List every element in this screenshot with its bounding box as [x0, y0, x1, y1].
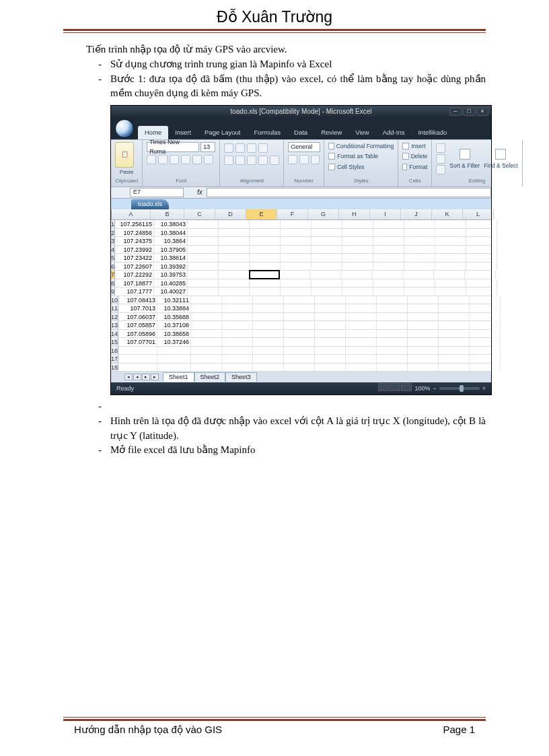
cell[interactable]: [315, 355, 346, 363]
cell[interactable]: [404, 279, 435, 287]
cell[interactable]: 107.08413: [118, 296, 157, 304]
cell[interactable]: [253, 330, 284, 338]
cell[interactable]: [188, 287, 219, 296]
row-header[interactable]: 12: [111, 313, 118, 321]
cell[interactable]: [219, 263, 250, 271]
fill-color-button[interactable]: [192, 155, 202, 164]
cell[interactable]: [346, 364, 377, 372]
cell[interactable]: [219, 287, 250, 296]
cell[interactable]: [470, 313, 501, 321]
cell[interactable]: [253, 355, 284, 363]
cell[interactable]: [470, 321, 501, 329]
align-bottom[interactable]: [247, 143, 256, 153]
col-L[interactable]: L: [463, 209, 494, 219]
cell[interactable]: [408, 364, 439, 372]
office-button[interactable]: [115, 119, 134, 138]
cell[interactable]: [435, 229, 466, 237]
cell[interactable]: [435, 246, 466, 254]
autosum[interactable]: [436, 143, 445, 153]
underline-button[interactable]: [170, 155, 179, 164]
col-I[interactable]: I: [370, 209, 401, 219]
delete-cells[interactable]: Delete: [402, 152, 427, 160]
cell[interactable]: [466, 237, 497, 245]
cell[interactable]: [435, 254, 466, 262]
row-header[interactable]: 17: [111, 355, 118, 363]
font-color-button[interactable]: [204, 155, 213, 164]
cell[interactable]: 107.256115: [115, 220, 154, 228]
maximize-button[interactable]: □: [463, 108, 475, 116]
cell[interactable]: [466, 229, 497, 237]
cell[interactable]: [281, 263, 312, 271]
italic-button[interactable]: [158, 155, 168, 164]
row-header[interactable]: 13: [111, 321, 118, 329]
cell[interactable]: [315, 338, 346, 346]
cell[interactable]: 10.38614: [154, 254, 188, 262]
cell[interactable]: 107.07701: [118, 338, 157, 346]
cell[interactable]: [342, 246, 373, 254]
cell[interactable]: [312, 220, 342, 228]
paste-button[interactable]: 📋: [115, 142, 134, 168]
cell[interactable]: [191, 355, 222, 363]
cell[interactable]: [219, 254, 250, 262]
tab-insert[interactable]: Insert: [168, 126, 198, 139]
cell[interactable]: [222, 347, 253, 355]
cell[interactable]: [219, 229, 250, 237]
cell[interactable]: [219, 220, 250, 228]
row-header[interactable]: 14: [111, 330, 118, 338]
formula-bar[interactable]: [207, 188, 491, 197]
cell[interactable]: [157, 347, 191, 355]
cell[interactable]: [315, 313, 346, 321]
cell[interactable]: [250, 254, 281, 262]
cell[interactable]: [250, 287, 281, 296]
cell[interactable]: [284, 347, 315, 355]
cell[interactable]: [466, 220, 497, 228]
sheet-tab-2[interactable]: Sheet2: [194, 372, 226, 382]
border-button[interactable]: [181, 155, 190, 164]
cell[interactable]: [439, 304, 470, 312]
cell[interactable]: [188, 246, 219, 254]
cell[interactable]: [408, 304, 439, 312]
cell[interactable]: [377, 338, 408, 346]
font-size-dropdown[interactable]: 13: [200, 142, 215, 152]
cell[interactable]: [342, 229, 373, 237]
bold-button[interactable]: [147, 155, 156, 164]
cell[interactable]: [284, 304, 315, 312]
cell[interactable]: [222, 355, 253, 363]
cell[interactable]: [312, 279, 342, 287]
cell[interactable]: [250, 229, 281, 237]
cell[interactable]: [377, 355, 408, 363]
cell[interactable]: [408, 321, 439, 329]
cell[interactable]: 107.7013: [118, 304, 157, 312]
align-middle[interactable]: [235, 143, 245, 153]
view-buttons[interactable]: [377, 383, 412, 394]
cell[interactable]: [346, 313, 377, 321]
col-C[interactable]: C: [184, 209, 215, 219]
cell[interactable]: 10.38658: [157, 330, 191, 338]
cell[interactable]: [279, 271, 310, 279]
cell[interactable]: 10.35688: [157, 313, 191, 321]
cell[interactable]: [373, 287, 404, 296]
cell[interactable]: [346, 321, 377, 329]
cell[interactable]: [312, 246, 342, 254]
cell[interactable]: [222, 313, 253, 321]
cell[interactable]: [408, 313, 439, 321]
cell[interactable]: 10.33884: [157, 304, 191, 312]
zoom-slider[interactable]: [439, 387, 480, 390]
cell[interactable]: [470, 355, 501, 363]
cell[interactable]: [373, 279, 404, 287]
cell[interactable]: [118, 347, 157, 355]
find-select[interactable]: Find & Select: [484, 149, 518, 170]
cell[interactable]: [250, 220, 281, 228]
cell[interactable]: [470, 330, 501, 338]
cell[interactable]: [465, 271, 496, 279]
cell[interactable]: [191, 338, 222, 346]
sheet-tab-1[interactable]: Sheet1: [163, 372, 194, 382]
cell[interactable]: [222, 321, 253, 329]
cell[interactable]: [250, 279, 281, 287]
tab-intellikado[interactable]: Intellikado: [411, 126, 453, 139]
cell[interactable]: [315, 296, 346, 304]
cell[interactable]: [408, 347, 439, 355]
cell[interactable]: [373, 246, 404, 254]
tab-review[interactable]: Review: [314, 126, 349, 139]
cell[interactable]: [310, 271, 341, 279]
